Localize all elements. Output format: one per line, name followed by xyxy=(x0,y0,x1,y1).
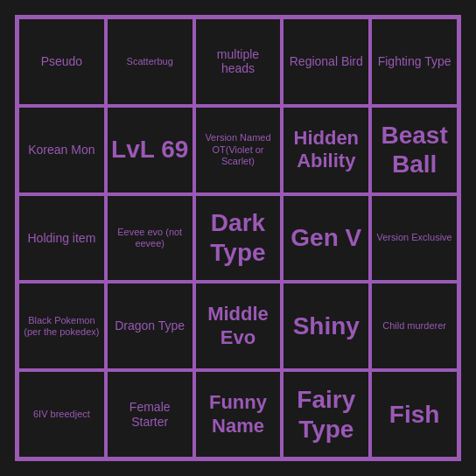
bingo-cell-1: Scatterbug xyxy=(106,18,194,106)
bingo-cell-13: Gen V xyxy=(282,194,370,283)
bingo-cell-2: multiple heads xyxy=(194,18,283,106)
bingo-cell-8: Hidden Ability xyxy=(282,106,370,194)
bingo-cell-24: Fish xyxy=(370,370,458,458)
bingo-cell-3: Regional Bird xyxy=(282,18,370,106)
bingo-cell-18: Shiny xyxy=(282,282,370,370)
bingo-cell-19: Child murderer xyxy=(370,282,458,370)
bingo-cell-5: Korean Mon xyxy=(18,106,106,194)
bingo-cell-14: Version Exclusive xyxy=(370,194,458,283)
bingo-cell-15: Black Pokemon (per the pokedex) xyxy=(18,282,106,370)
bingo-cell-17: Middle Evo xyxy=(194,282,283,370)
bingo-cell-7: Version Named OT(Violet or Scarlet) xyxy=(194,106,283,194)
bingo-cell-0: Pseudo xyxy=(18,18,106,106)
bingo-cell-23: Fairy Type xyxy=(282,370,370,458)
bingo-cell-20: 6IV breedject xyxy=(18,370,106,458)
bingo-cell-16: Dragon Type xyxy=(106,282,194,370)
bingo-cell-12: Dark Type xyxy=(194,194,283,283)
bingo-cell-21: Female Starter xyxy=(106,370,194,458)
bingo-cell-9: Beast Ball xyxy=(370,106,458,194)
bingo-board: PseudoScatterbugmultiple headsRegional B… xyxy=(15,15,461,461)
bingo-cell-6: LvL 69 xyxy=(106,106,194,194)
bingo-cell-11: Eevee evo (not eevee) xyxy=(106,194,194,283)
bingo-cell-10: Holding item xyxy=(18,194,106,283)
bingo-cell-4: Fighting Type xyxy=(370,18,458,106)
bingo-cell-22: Funny Name xyxy=(194,370,283,458)
